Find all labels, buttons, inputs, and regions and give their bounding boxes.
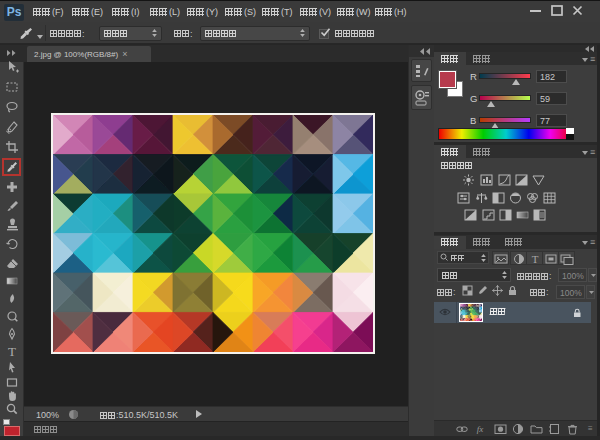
svg-text:fx: fx bbox=[477, 424, 484, 434]
svg-text:T: T bbox=[532, 253, 539, 265]
svg-text:T: T bbox=[8, 344, 16, 358]
